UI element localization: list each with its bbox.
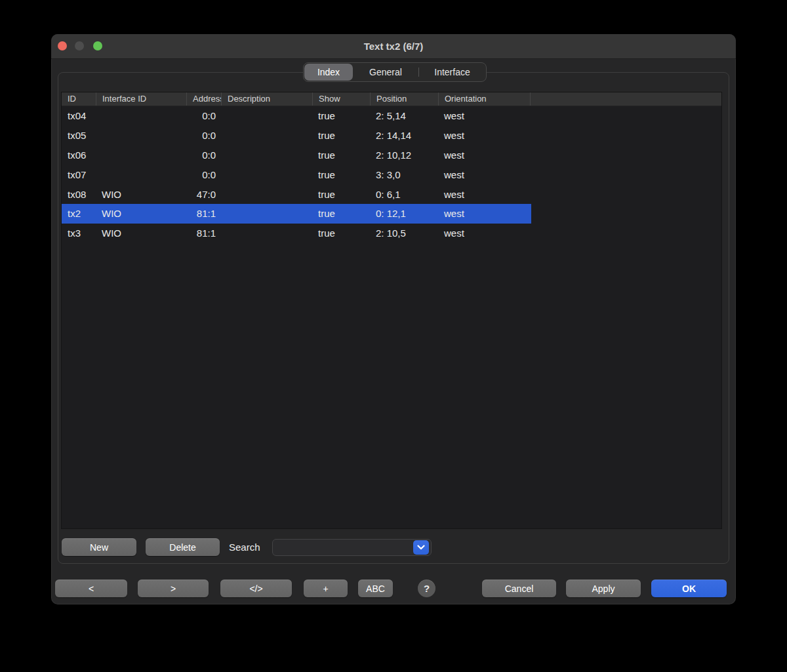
cell-description: [222, 224, 313, 243]
cell-description: [222, 146, 313, 165]
column-header-show[interactable]: Show: [313, 92, 371, 106]
table-row[interactable]: tx2 WIO 81:1 true 0: 12,1 west: [62, 204, 721, 224]
table-row[interactable]: tx08 WIO 47:0 true 0: 6,1 west: [62, 184, 721, 204]
apply-button[interactable]: Apply: [566, 580, 641, 597]
cell-id: tx07: [62, 165, 96, 184]
table-body: tx04 0:0 true 2: 5,14 west tx05 0:0 true…: [62, 106, 721, 243]
cell-empty: [531, 146, 721, 165]
cell-address: 0:0: [187, 165, 222, 184]
help-button[interactable]: ?: [418, 580, 435, 597]
search-dropdown-button[interactable]: [413, 540, 429, 555]
cell-show: true: [313, 165, 371, 184]
cell-empty: [531, 184, 721, 204]
cell-orientation: west: [439, 204, 531, 224]
desktop-background: Text tx2 (6/7) Index General Interface I…: [0, 0, 787, 672]
tab-general[interactable]: General: [353, 64, 418, 81]
cell-orientation: west: [439, 224, 531, 243]
cell-id: tx06: [62, 146, 96, 165]
cell-show: true: [313, 204, 371, 224]
abc-button[interactable]: ABC: [358, 580, 393, 597]
cell-position: 2: 10,5: [371, 224, 439, 243]
cell-address: 81:1: [187, 204, 222, 224]
table-row[interactable]: tx07 0:0 true 3: 3,0 west: [62, 165, 721, 184]
cell-empty: [531, 126, 721, 146]
tab-bar: Index General Interface: [303, 62, 487, 82]
column-header-interface-id[interactable]: Interface ID: [96, 92, 187, 106]
cell-empty: [531, 204, 721, 224]
cancel-button[interactable]: Cancel: [482, 580, 556, 597]
cell-show: true: [313, 146, 371, 165]
column-header-orientation[interactable]: Orientation: [439, 92, 531, 106]
titlebar[interactable]: Text tx2 (6/7): [51, 34, 736, 59]
tab-index[interactable]: Index: [304, 64, 353, 81]
cell-show: true: [313, 106, 371, 126]
cell-position: 3: 3,0: [371, 165, 439, 184]
search-label: Search: [229, 538, 260, 556]
previous-object-button[interactable]: <: [55, 580, 127, 597]
cell-description: [222, 106, 313, 126]
table-header-row: ID Interface ID Address Description Show…: [62, 92, 721, 106]
cell-empty: [531, 165, 721, 184]
cell-orientation: west: [439, 146, 531, 165]
cell-description: [222, 204, 313, 224]
new-button[interactable]: New: [62, 538, 136, 556]
cell-interface-id: WIO: [96, 224, 187, 243]
objects-table: ID Interface ID Address Description Show…: [61, 92, 722, 529]
add-button[interactable]: +: [304, 580, 348, 597]
cell-show: true: [313, 224, 371, 243]
cell-id: tx08: [62, 184, 96, 204]
column-header-position[interactable]: Position: [371, 92, 439, 106]
cell-address: 0:0: [187, 146, 222, 165]
window-title: Text tx2 (6/7): [51, 34, 736, 59]
column-header-address[interactable]: Address: [187, 92, 222, 106]
cell-description: [222, 184, 313, 204]
cell-position: 2: 14,14: [371, 126, 439, 146]
cell-empty: [531, 106, 721, 126]
chevron-down-icon: [417, 545, 425, 550]
search-combobox[interactable]: [272, 539, 432, 556]
cell-show: true: [313, 184, 371, 204]
next-object-button[interactable]: >: [138, 580, 209, 597]
cell-id: tx2: [62, 204, 96, 224]
cell-position: 2: 5,14: [371, 106, 439, 126]
column-header-empty: [531, 92, 721, 106]
cell-position: 0: 12,1: [371, 204, 439, 224]
cell-interface-id: [96, 106, 187, 126]
cell-show: true: [313, 126, 371, 146]
dialog-window: Text tx2 (6/7) Index General Interface I…: [51, 34, 736, 604]
cell-interface-id: WIO: [96, 184, 187, 204]
table-row[interactable]: tx05 0:0 true 2: 14,14 west: [62, 126, 721, 146]
cell-address: 0:0: [187, 106, 222, 126]
table-row[interactable]: tx04 0:0 true 2: 5,14 west: [62, 106, 721, 126]
cell-orientation: west: [439, 165, 531, 184]
ok-button[interactable]: OK: [651, 580, 727, 597]
cell-interface-id: [96, 165, 187, 184]
cell-address: 0:0: [187, 126, 222, 146]
column-header-id[interactable]: ID: [62, 92, 96, 106]
cell-interface-id: WIO: [96, 204, 187, 224]
table-row[interactable]: tx06 0:0 true 2: 10,12 west: [62, 146, 721, 165]
cell-description: [222, 126, 313, 146]
cell-orientation: west: [439, 106, 531, 126]
code-view-button[interactable]: </>: [220, 580, 292, 597]
cell-orientation: west: [439, 184, 531, 204]
cell-address: 47:0: [187, 184, 222, 204]
column-header-description[interactable]: Description: [222, 92, 313, 106]
delete-button[interactable]: Delete: [146, 538, 220, 556]
cell-empty: [531, 224, 721, 243]
cell-address: 81:1: [187, 224, 222, 243]
table-row[interactable]: tx3 WIO 81:1 true 2: 10,5 west: [62, 224, 721, 243]
cell-id: tx05: [62, 126, 96, 146]
cell-interface-id: [96, 126, 187, 146]
cell-interface-id: [96, 146, 187, 165]
cell-id: tx04: [62, 106, 96, 126]
cell-description: [222, 165, 313, 184]
cell-position: 2: 10,12: [371, 146, 439, 165]
cell-position: 0: 6,1: [371, 184, 439, 204]
tab-pane: ID Interface ID Address Description Show…: [58, 72, 729, 564]
cell-id: tx3: [62, 224, 96, 243]
cell-orientation: west: [439, 126, 531, 146]
tab-interface[interactable]: Interface: [419, 64, 485, 81]
